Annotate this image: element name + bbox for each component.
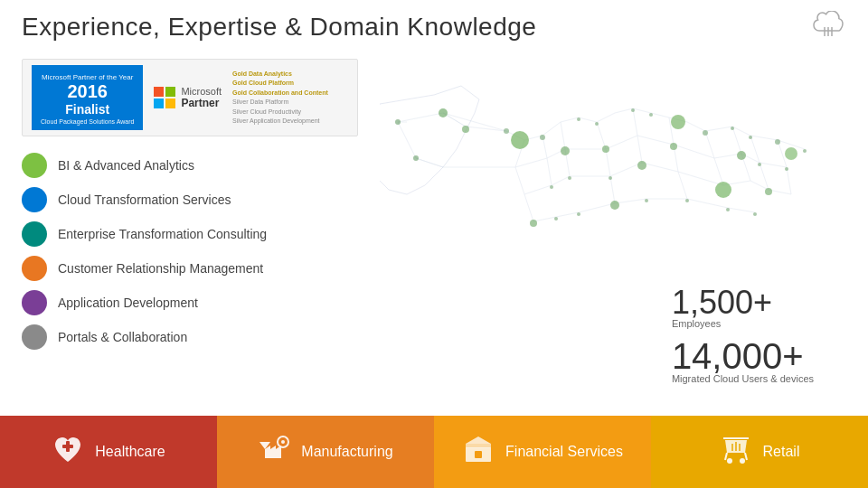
gold-list: Gold Data Analytics Gold Cloud Platform … — [232, 70, 328, 127]
right-panel: 1,500+ Employees 14,000+ Migrated Cloud … — [380, 50, 868, 438]
service-dot-app — [22, 290, 47, 315]
svg-point-78 — [671, 115, 685, 129]
svg-point-79 — [715, 182, 731, 198]
svg-line-124 — [745, 453, 747, 460]
svg-point-114 — [758, 163, 761, 166]
retail-icon — [720, 433, 752, 472]
svg-point-77 — [511, 131, 529, 149]
svg-point-110 — [645, 199, 648, 202]
svg-point-126 — [740, 458, 745, 464]
service-dot-portals — [22, 324, 47, 350]
svg-point-92 — [413, 155, 419, 161]
service-item: Portals & Collaboration — [22, 324, 358, 350]
svg-marker-121 — [466, 436, 491, 444]
svg-point-81 — [439, 108, 448, 117]
services-list: BI & Advanced Analytics Cloud Transforma… — [22, 153, 358, 350]
service-item: BI & Advanced Analytics — [22, 153, 358, 178]
svg-point-94 — [540, 135, 545, 140]
service-dot-bi — [22, 153, 47, 178]
svg-point-97 — [631, 108, 635, 112]
svg-point-88 — [765, 188, 772, 195]
svg-point-85 — [637, 161, 646, 170]
service-dot-cloud — [22, 187, 47, 212]
financial-icon — [462, 433, 495, 472]
manufacturing-label: Manufacturing — [301, 444, 392, 460]
svg-point-111 — [554, 217, 558, 221]
left-panel: Microsoft Partner of the Year 2016 Final… — [0, 50, 380, 438]
svg-line-123 — [725, 453, 727, 460]
svg-point-82 — [462, 126, 469, 133]
svg-point-80 — [785, 147, 797, 160]
svg-point-86 — [670, 143, 677, 150]
svg-point-90 — [530, 220, 537, 227]
svg-point-93 — [504, 128, 509, 134]
svg-point-109 — [685, 199, 689, 202]
stat-employees: 1,500+ Employees — [672, 284, 814, 329]
svg-rect-120 — [466, 444, 491, 448]
industry-financial: Financial Services — [434, 416, 651, 488]
industry-retail: Retail — [651, 416, 868, 488]
svg-point-99 — [703, 130, 708, 136]
service-item: Enterprise Transformation Consulting — [22, 221, 358, 247]
main-content: Microsoft Partner of the Year 2016 Final… — [0, 50, 868, 438]
svg-point-105 — [568, 176, 571, 180]
svg-rect-122 — [475, 451, 482, 458]
svg-point-84 — [602, 145, 609, 153]
partner-badge: Microsoft Partner of the Year 2016 Final… — [22, 59, 358, 136]
retail-label: Retail — [763, 444, 800, 460]
page-title: Experience, Expertise & Domain Knowledge — [22, 13, 536, 42]
partner-logo: Microsoft Partner — [154, 86, 222, 109]
svg-point-125 — [727, 458, 732, 464]
svg-point-118 — [281, 440, 285, 444]
service-item: Customer Relationship Management — [22, 256, 358, 281]
partner-label: Partner — [181, 97, 222, 109]
svg-point-83 — [561, 146, 570, 155]
svg-point-100 — [731, 127, 734, 130]
svg-point-102 — [775, 139, 780, 145]
svg-point-113 — [785, 167, 788, 171]
svg-point-104 — [550, 185, 553, 189]
service-item: Application Development — [22, 290, 358, 315]
svg-point-98 — [649, 113, 653, 117]
ms-logo — [154, 87, 175, 108]
svg-point-103 — [803, 149, 807, 153]
svg-point-87 — [737, 151, 746, 160]
cloud-icon — [810, 11, 846, 42]
svg-point-89 — [610, 201, 619, 210]
svg-point-108 — [726, 208, 730, 211]
svg-point-112 — [577, 212, 580, 216]
svg-point-101 — [749, 136, 752, 139]
service-dot-enterprise — [22, 221, 47, 247]
svg-point-107 — [753, 212, 757, 216]
stats-overlay: 1,500+ Employees 14,000+ Migrated Cloud … — [672, 284, 814, 384]
svg-point-106 — [609, 176, 612, 180]
svg-point-95 — [577, 117, 580, 121]
service-item: Cloud Transformation Services — [22, 187, 358, 212]
svg-point-91 — [395, 119, 401, 125]
svg-rect-116 — [62, 445, 73, 448]
badge-year: Microsoft Partner of the Year 2016 Final… — [32, 65, 143, 130]
service-dot-crm — [22, 256, 47, 281]
healthcare-label: Healthcare — [95, 444, 165, 460]
svg-point-96 — [595, 122, 599, 126]
header: Experience, Expertise & Domain Knowledge — [0, 0, 868, 50]
financial-label: Financial Services — [505, 444, 623, 460]
stat-cloud-users: 14,000+ Migrated Cloud Users & devices — [672, 336, 814, 384]
ms-label: Microsoft — [181, 86, 222, 97]
